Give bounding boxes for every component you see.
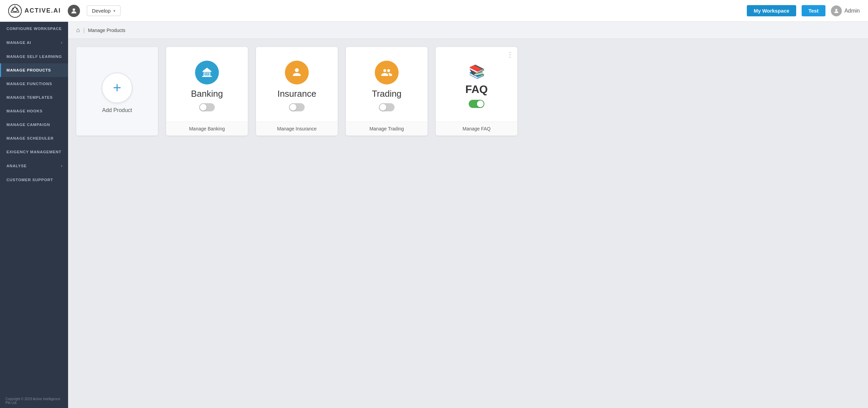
header-left: ACTIVE.AI Develop ▾ bbox=[8, 4, 120, 18]
insurance-icon bbox=[285, 61, 309, 84]
svg-point-5 bbox=[13, 8, 14, 10]
banking-toggle-knob bbox=[200, 104, 207, 111]
dropdown-label: Develop bbox=[92, 8, 111, 14]
faq-card: ⋮ 📚 FAQ Manage FAQ bbox=[436, 47, 517, 136]
trading-name: Trading bbox=[372, 89, 401, 99]
svg-point-8 bbox=[15, 5, 16, 6]
faq-menu-dots[interactable]: ⋮ bbox=[507, 51, 513, 58]
chevron-right-icon: › bbox=[61, 40, 63, 45]
faq-toggle-knob bbox=[477, 100, 484, 107]
chevron-down-icon: ▾ bbox=[113, 9, 115, 13]
insurance-card: Insurance Manage Insurance bbox=[256, 47, 338, 136]
app-name: ACTIVE.AI bbox=[25, 7, 61, 14]
sidebar-item-configure-workspace[interactable]: CONFIGURE WORKSPACE bbox=[0, 22, 68, 35]
svg-point-10 bbox=[835, 9, 837, 11]
admin-avatar bbox=[831, 5, 842, 16]
sidebar-item-manage-functions[interactable]: MANAGE FUNCTIONS bbox=[0, 77, 68, 91]
faq-manage-link[interactable]: Manage FAQ bbox=[436, 122, 517, 136]
svg-point-6 bbox=[16, 8, 17, 10]
sidebar-item-manage-hooks[interactable]: MANAGE HOOKS bbox=[0, 104, 68, 118]
trading-card: Trading Manage Trading bbox=[346, 47, 428, 136]
person-shield-icon bbox=[291, 67, 303, 78]
banking-name: Banking bbox=[191, 89, 223, 99]
workspace-dropdown[interactable]: Develop ▾ bbox=[87, 5, 120, 16]
add-circle: + bbox=[102, 73, 132, 103]
trading-card-body: Trading bbox=[346, 47, 428, 122]
sidebar-footer: Copyright © 2019 Active Intelligence Pte… bbox=[0, 394, 68, 408]
breadcrumb: ⌂ | Manage Products bbox=[68, 22, 868, 39]
insurance-manage-link[interactable]: Manage Insurance bbox=[256, 122, 338, 136]
insurance-toggle-knob bbox=[290, 104, 296, 111]
svg-line-3 bbox=[18, 10, 19, 12]
app-header: ACTIVE.AI Develop ▾ My Workspace Test Ad… bbox=[0, 0, 868, 22]
app-logo: ACTIVE.AI bbox=[8, 4, 61, 18]
admin-label: Admin bbox=[845, 8, 860, 14]
faq-name: FAQ bbox=[465, 83, 488, 96]
main-content: ⌂ | Manage Products + Add Product bbox=[68, 22, 868, 408]
faq-card-body: ⋮ 📚 FAQ bbox=[436, 47, 517, 122]
banking-card: Banking Manage Banking bbox=[166, 47, 248, 136]
add-product-card[interactable]: + Add Product bbox=[76, 47, 158, 136]
trading-icon bbox=[375, 61, 399, 84]
insurance-toggle[interactable] bbox=[289, 103, 305, 111]
svg-point-9 bbox=[73, 8, 75, 11]
test-button[interactable]: Test bbox=[802, 5, 825, 16]
banking-manage-link[interactable]: Manage Banking bbox=[166, 122, 248, 136]
user-avatar bbox=[68, 5, 80, 17]
bank-building-icon bbox=[201, 67, 213, 78]
faq-books-icon: 📚 bbox=[469, 64, 485, 79]
banking-card-body: Banking bbox=[166, 47, 248, 122]
banking-toggle[interactable] bbox=[199, 103, 215, 111]
product-grid: + Add Product Banking bbox=[68, 39, 868, 144]
breadcrumb-separator: | bbox=[83, 28, 85, 33]
trading-toggle-knob bbox=[380, 104, 386, 111]
avatar-icon bbox=[70, 7, 78, 15]
breadcrumb-current: Manage Products bbox=[88, 28, 126, 33]
admin-avatar-icon bbox=[833, 8, 839, 14]
sidebar-item-manage-products[interactable]: MANAGE PRODUCTS bbox=[0, 63, 68, 77]
banking-icon bbox=[195, 61, 219, 84]
sidebar-item-manage-self-learning[interactable]: MANAGE SELF LEARNING bbox=[0, 50, 68, 63]
sidebar-item-exigency-management[interactable]: EXIGENCY MANAGEMENT bbox=[0, 145, 68, 159]
main-layout: CONFIGURE WORKSPACE MANAGE AI › MANAGE S… bbox=[0, 22, 868, 408]
svg-line-2 bbox=[11, 10, 12, 12]
sidebar-item-customer-support[interactable]: CUSTOMER SUPPORT bbox=[0, 173, 68, 187]
sidebar-item-analyse[interactable]: ANALYSE › bbox=[0, 159, 68, 173]
chevron-right-icon: › bbox=[61, 163, 63, 168]
insurance-name: Insurance bbox=[277, 89, 316, 99]
logo-icon bbox=[8, 4, 22, 18]
svg-point-1 bbox=[12, 7, 18, 12]
sidebar-item-manage-scheduler[interactable]: MANAGE SCHEDULER bbox=[0, 131, 68, 145]
trading-people-icon bbox=[381, 67, 392, 78]
add-plus-icon: + bbox=[113, 81, 122, 95]
sidebar-item-manage-ai[interactable]: MANAGE AI › bbox=[0, 35, 68, 50]
admin-area: Admin bbox=[831, 5, 860, 16]
sidebar-item-manage-templates[interactable]: MANAGE TEMPLATES bbox=[0, 91, 68, 104]
add-product-label: Add Product bbox=[102, 107, 132, 113]
add-product-body: + Add Product bbox=[76, 47, 158, 136]
sidebar: CONFIGURE WORKSPACE MANAGE AI › MANAGE S… bbox=[0, 22, 68, 408]
my-workspace-button[interactable]: My Workspace bbox=[747, 5, 796, 16]
faq-toggle[interactable] bbox=[469, 100, 484, 108]
trading-manage-link[interactable]: Manage Trading bbox=[346, 122, 428, 136]
insurance-card-body: Insurance bbox=[256, 47, 338, 122]
trading-toggle[interactable] bbox=[379, 103, 395, 111]
home-icon[interactable]: ⌂ bbox=[76, 27, 80, 34]
header-right: My Workspace Test Admin bbox=[747, 5, 860, 16]
sidebar-item-manage-campaign[interactable]: MANAGE CAMPAIGN bbox=[0, 118, 68, 131]
svg-point-11 bbox=[295, 68, 299, 72]
